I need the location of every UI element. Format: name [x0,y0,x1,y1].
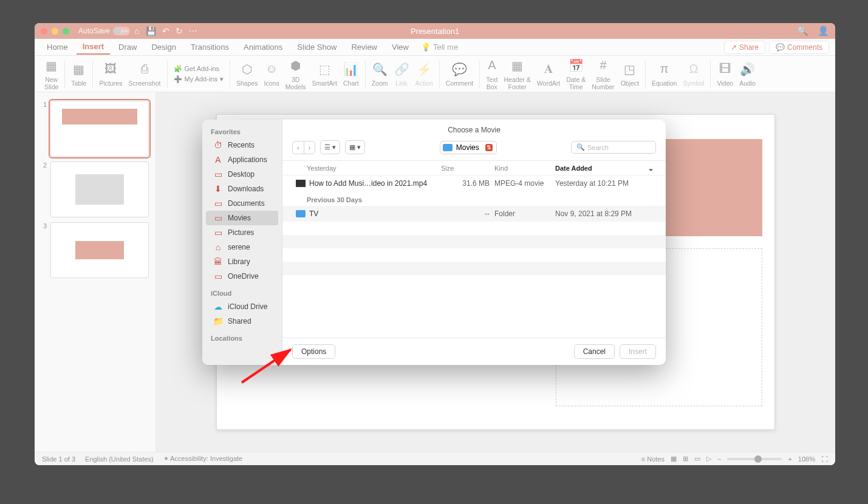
screenshot-button[interactable]: ⎙Screenshot [128,61,160,87]
comment-button[interactable]: 💬Comment [446,61,474,87]
slide-thumb-1[interactable] [50,101,149,157]
chart-button[interactable]: 📊Chart [343,61,359,87]
object-button[interactable]: ◳Object [621,61,639,87]
col-date-added[interactable]: Date Added⌄ [555,165,656,172]
sidebar-item-icon: ▭ [213,213,223,223]
tab-review[interactable]: Review [345,40,383,54]
equation-button[interactable]: πEquation [652,61,677,87]
share-button[interactable]: ↗ Share [724,41,765,54]
tab-animations[interactable]: Animations [238,40,289,54]
slide-thumb-3[interactable] [50,222,149,278]
zoom-in-icon[interactable]: + [788,455,791,463]
sidebar-item-serene[interactable]: ⌂serene [206,240,278,254]
nav-back-forward[interactable]: ‹› [292,141,315,154]
slide-thumb-2[interactable] [50,162,149,217]
tab-insert[interactable]: Insert [77,39,110,55]
more-icon[interactable]: ⋯ [189,26,197,36]
table-button[interactable]: ▦Table [71,61,86,87]
tab-slideshow[interactable]: Slide Show [291,40,343,54]
sidebar-item-recents[interactable]: ⏱Recents [206,138,278,152]
icons-button[interactable]: ☺Icons [264,61,279,87]
view-slideshow-icon[interactable]: ▷ [706,455,711,463]
tab-view[interactable]: View [386,40,415,54]
wordart-button[interactable]: 𝐀WordArt [537,61,560,87]
view-group-button[interactable]: ▦ ▾ [345,140,365,154]
search-icon[interactable]: 🔍 [797,26,808,36]
window-controls[interactable] [41,28,69,35]
audio-button[interactable]: 🔊Audio [739,61,756,87]
file-row[interactable]: How to Add Musi…ideo in 2021.mp431.6 MBM… [282,175,666,191]
view-list-button[interactable]: ☰ ▾ [320,140,340,154]
save-icon[interactable]: 💾 [146,26,156,36]
notes-button[interactable]: ≡ Notes [641,455,665,463]
status-language[interactable]: English (United States) [85,455,154,463]
cancel-button[interactable]: Cancel [574,344,615,359]
zoom-out-icon[interactable]: − [717,455,721,463]
sidebar-item-library[interactable]: 🏛Library [206,254,278,269]
search-input[interactable]: 🔍 Search [571,141,656,154]
ribbon-tabs: Home Insert Draw Design Transitions Anim… [35,39,835,56]
sidebar-item-icloud-drive[interactable]: ☁iCloud Drive [206,299,278,314]
sidebar-item-downloads[interactable]: ⬇Downloads [206,182,278,196]
zoom-level[interactable]: 108% [798,455,815,463]
video-button[interactable]: 🎞Video [717,61,733,87]
get-addins-button[interactable]: 🧩Get Add-ins [174,65,219,73]
file-name: TV [309,209,441,218]
smartart-button[interactable]: ⬚SmartArt [312,61,337,87]
new-slide-button[interactable]: ▦New Slide [44,57,58,90]
location-dropdown[interactable]: Movies ⇅ [440,141,497,154]
status-bar: Slide 1 of 3 English (United States) ✶ A… [35,452,835,465]
view-sorter-icon[interactable]: ⊞ [683,455,688,463]
options-button[interactable]: Options [292,344,335,359]
sidebar-head-locations: Locations [202,332,282,344]
tab-design[interactable]: Design [145,40,182,54]
sidebar-item-onedrive[interactable]: ▭OneDrive [206,269,278,284]
header-footer-button[interactable]: ▦Header & Footer [504,57,530,90]
sidebar-item-movies[interactable]: ▭Movies [206,211,278,225]
comments-button[interactable]: 💬 Comments [769,41,829,54]
section-label: Previous 30 Days [282,191,666,206]
my-addins-button[interactable]: ➕My Add-ins ▾ [174,75,224,83]
column-headers[interactable]: Yesterday Size Kind Date Added⌄ [282,161,666,175]
autosave-toggle[interactable]: AutoSave OFF [78,27,128,35]
insert-button[interactable]: Insert [620,344,656,359]
sidebar-item-shared[interactable]: 📁Shared [206,314,278,329]
file-row[interactable]: TV--FolderNov 9, 2021 at 8:29 PM [282,206,666,222]
pictures-button[interactable]: 🖼Pictures [99,61,122,87]
shapes-button[interactable]: ⬡Shapes [236,61,258,87]
home-icon[interactable]: ⌂ [134,26,139,36]
3d-models-button[interactable]: ⬢3D Models [285,57,306,90]
tab-draw[interactable]: Draw [112,40,143,54]
action-button[interactable]: ⚡Action [415,61,433,87]
col-size[interactable]: Size [441,165,494,172]
textbox-button[interactable]: AText Box [486,57,497,90]
symbol-button[interactable]: ΩSymbol [683,61,704,87]
col-kind[interactable]: Kind [494,165,555,172]
tab-home[interactable]: Home [41,40,74,54]
file-list[interactable]: How to Add Musi…ideo in 2021.mp431.6 MBM… [282,175,666,338]
slidenumber-button[interactable]: #Slide Number [592,57,614,90]
sidebar-item-documents[interactable]: ▭Documents [206,196,278,211]
view-normal-icon[interactable]: ▦ [671,455,677,463]
sidebar-item-pictures[interactable]: ▭Pictures [206,225,278,240]
sidebar-item-icon: ⌂ [213,242,223,252]
fit-icon[interactable]: ⛶ [821,455,828,463]
redo-icon[interactable]: ↻ [176,26,183,36]
file-icon [296,179,306,188]
dialog-title: Choose a Movie [282,120,666,138]
col-name[interactable]: Yesterday [307,165,441,172]
tab-transitions[interactable]: Transitions [185,40,235,54]
status-accessibility[interactable]: ✶ Accessibility: Investigate [163,455,243,463]
sidebar-head-favorites: Favorites [202,126,282,138]
datetime-button[interactable]: 📅Date & Time [566,57,586,90]
sidebar-item-applications[interactable]: AApplications [206,152,278,167]
sidebar-head-icloud: iCloud [202,287,282,299]
link-button[interactable]: 🔗Link [394,61,409,87]
undo-icon[interactable]: ↶ [162,26,169,36]
sidebar-item-desktop[interactable]: ▭Desktop [206,167,278,182]
zoom-button[interactable]: 🔍Zoom [372,61,388,87]
tell-me[interactable]: 💡 Tell me [421,43,458,52]
view-reading-icon[interactable]: ▭ [694,455,700,463]
file-name: How to Add Musi…ideo in 2021.mp4 [309,179,441,188]
share-icon[interactable]: 👤 [818,26,829,36]
